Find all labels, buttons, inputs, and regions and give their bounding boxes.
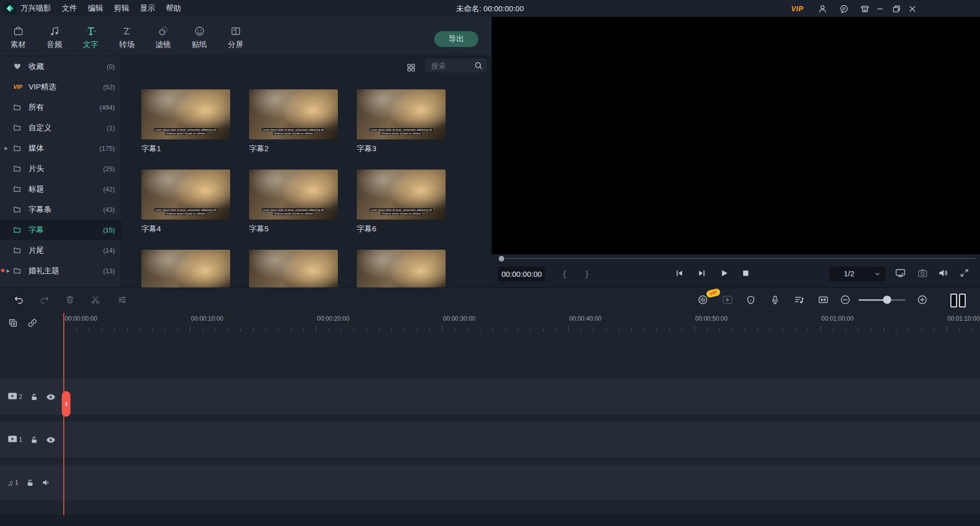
- next-frame-button[interactable]: [697, 269, 706, 278]
- play-button[interactable]: [720, 269, 729, 278]
- seek-handle[interactable]: [499, 256, 504, 261]
- menu-item-3[interactable]: 剪辑: [114, 4, 129, 13]
- ruler-label: 00:01:10:00: [947, 315, 979, 322]
- audio-track-1[interactable]: ♫ 1: [0, 465, 980, 500]
- redo-button[interactable]: [39, 294, 50, 305]
- ruler-tick: [770, 329, 770, 331]
- menu-app-name[interactable]: 万兴喵影: [20, 4, 51, 13]
- mark-in-button[interactable]: {: [563, 267, 566, 281]
- adjust-button[interactable]: [116, 294, 128, 305]
- vip-badge[interactable]: VIP: [792, 4, 802, 14]
- menu-item-2[interactable]: 编辑: [88, 4, 103, 13]
- grid-view-icon[interactable]: [405, 62, 416, 73]
- zoom-in-button[interactable]: [917, 294, 928, 305]
- tab-transition[interactable]: 转场: [109, 17, 145, 56]
- mute-track-button[interactable]: [42, 479, 50, 486]
- close-button[interactable]: [907, 4, 917, 14]
- undo-button[interactable]: [13, 294, 24, 305]
- timeline-ruler[interactable]: 00:00:00:0000:00:10:0000:00:20:0000:00:3…: [0, 312, 980, 332]
- preview-quality-dropdown[interactable]: 1/2: [829, 267, 886, 281]
- screen-record-button[interactable]: [722, 294, 733, 305]
- volume-icon[interactable]: [938, 269, 948, 277]
- seek-bar[interactable]: [505, 258, 976, 259]
- lock-track-button[interactable]: [31, 393, 38, 401]
- fit-timeline-button[interactable]: [818, 294, 829, 305]
- ruler-label: 00:00:50:00: [695, 315, 727, 322]
- ruler-tick: [329, 329, 329, 331]
- mark-out-button[interactable]: }: [585, 267, 589, 281]
- toggle-track-visibility-button[interactable]: [46, 437, 56, 443]
- tab-label: 音频: [47, 40, 62, 50]
- account-icon[interactable]: [817, 4, 827, 14]
- copyright-check-button[interactable]: [745, 294, 756, 305]
- library-item-4[interactable]: Lorem ipsum dolor sit amet, consectetur …: [141, 170, 230, 234]
- sidebar-item-6[interactable]: 片头(25): [0, 158, 121, 179]
- library-item-7[interactable]: Lorem ipsum dolor sit amet, consectetur …: [141, 250, 230, 288]
- tab-audio[interactable]: 音频: [36, 17, 72, 56]
- sidebar-item-2[interactable]: VIPVIP精选(52): [0, 77, 121, 97]
- ruler-tick: [455, 329, 455, 331]
- library-item-2[interactable]: Lorem ipsum dolor sit amet, consectetur …: [249, 89, 338, 154]
- tab-filter[interactable]: 滤镜: [145, 17, 181, 56]
- tab-split[interactable]: 分屏: [217, 17, 254, 56]
- library-item-1[interactable]: Lorem ipsum dolor sit amet, consectetur …: [141, 89, 230, 154]
- preview-screen[interactable]: [492, 17, 980, 254]
- sidebar-item-3[interactable]: 所有(494): [0, 97, 121, 117]
- sidebar-item-9[interactable]: 字幕(15): [0, 220, 121, 240]
- title-bar: 万兴喵影文件编辑剪辑显示帮助 未命名: 00:00:00:00 VIP: [0, 0, 980, 17]
- split-clip-button[interactable]: [90, 294, 101, 305]
- previous-frame-button[interactable]: [675, 269, 684, 278]
- library-item-8[interactable]: Lorem ipsum dolor sit amet, consectetur …: [249, 250, 338, 288]
- zoom-out-button[interactable]: [840, 294, 851, 305]
- feedback-icon[interactable]: [839, 4, 849, 14]
- snapshot-icon[interactable]: [918, 269, 927, 278]
- subtitle-preview-text: Lorem ipsum dolor sit amet, consectetur …: [141, 208, 230, 215]
- audio-mixer-button[interactable]: [794, 294, 805, 305]
- menu-item-4[interactable]: 显示: [140, 4, 155, 13]
- library-item-3[interactable]: Lorem ipsum dolor sit amet, consectetur …: [357, 89, 446, 154]
- template-thumbnail: Lorem ipsum dolor sit amet, consectetur …: [357, 250, 446, 288]
- lock-track-button[interactable]: [31, 436, 38, 444]
- sidebar-item-5[interactable]: ▶媒体(175): [0, 138, 121, 158]
- timeline-zoom-slider-handle[interactable]: [883, 296, 891, 304]
- search-input[interactable]: [430, 60, 473, 72]
- playhead-split-handle[interactable]: ✂: [62, 391, 70, 417]
- library-item-6[interactable]: Lorem ipsum dolor sit amet, consectetur …: [357, 170, 446, 234]
- video-track-1[interactable]: 1: [0, 422, 980, 458]
- delete-button[interactable]: [64, 294, 76, 305]
- sidebar-item-11[interactable]: ▶婚礼主题(13): [0, 260, 121, 281]
- ruler-tick: [884, 327, 884, 331]
- expand-arrow-icon[interactable]: ▶: [5, 146, 8, 151]
- tab-media[interactable]: 素材: [0, 17, 36, 56]
- menu-item-1[interactable]: 文件: [62, 4, 77, 13]
- library-item-9[interactable]: Lorem ipsum dolor sit amet, consectetur …: [357, 250, 446, 288]
- filter-icon: [158, 25, 169, 37]
- tab-text[interactable]: 文字: [72, 17, 109, 56]
- dual-view-toggle[interactable]: [950, 294, 966, 307]
- item-count: (15): [103, 226, 115, 234]
- stop-button[interactable]: [741, 269, 750, 278]
- toggle-track-visibility-button[interactable]: [46, 394, 56, 400]
- ruler-tick: [228, 329, 228, 331]
- sidebar-item-7[interactable]: 标题(42): [0, 179, 121, 199]
- library-item-5[interactable]: Lorem ipsum dolor sit amet, consectetur …: [249, 170, 338, 234]
- tab-label: 文字: [83, 40, 99, 50]
- menu-item-5[interactable]: 帮助: [166, 4, 181, 13]
- voiceover-button[interactable]: [769, 294, 780, 305]
- export-button[interactable]: 导出: [434, 31, 478, 47]
- minimize-button[interactable]: [875, 4, 885, 14]
- tab-sticker[interactable]: 贴纸: [181, 17, 217, 56]
- sidebar-item-8[interactable]: 字幕条(43): [0, 199, 121, 220]
- sidebar-item-1[interactable]: 收藏(0): [0, 56, 121, 77]
- video-track-2[interactable]: 2: [0, 379, 980, 415]
- sidebar-item-10[interactable]: 片尾(14): [0, 240, 121, 260]
- search-icon[interactable]: [474, 61, 483, 70]
- store-icon[interactable]: [860, 4, 870, 14]
- ruler-tick: [203, 329, 203, 331]
- display-device-icon[interactable]: [895, 268, 905, 278]
- expand-arrow-icon[interactable]: ▶: [7, 269, 10, 273]
- lock-track-button[interactable]: [27, 479, 34, 487]
- restore-button[interactable]: [891, 4, 901, 14]
- fullscreen-icon[interactable]: [960, 269, 969, 277]
- sidebar-item-4[interactable]: 自定义(1): [0, 117, 121, 138]
